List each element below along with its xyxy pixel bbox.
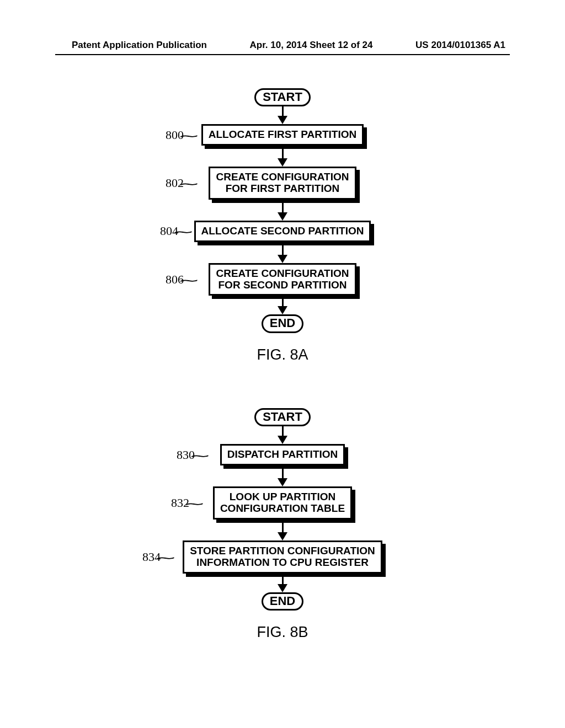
step-row: 832∼ LOOK UP PARTITION CONFIGURATION TAB… [0, 486, 565, 520]
ref-number: 830∼ [177, 448, 205, 462]
process-step: ALLOCATE FIRST PARTITION [201, 124, 364, 146]
end-terminal: END [262, 314, 303, 333]
arrow [278, 426, 287, 444]
start-terminal: START [254, 408, 311, 426]
process-step: STORE PARTITION CONFIGURATION INFORMATIO… [183, 540, 382, 574]
ref-number: 800∼ [166, 128, 194, 142]
step-row: 800∼ ALLOCATE FIRST PARTITION [0, 124, 565, 146]
step-row: 802∼ CREATE CONFIGURATION FOR FIRST PART… [0, 167, 565, 200]
figure-8a: START 800∼ ALLOCATE FIRST PARTITION 802∼… [0, 88, 565, 363]
ref-number: 832∼ [171, 496, 199, 510]
ref-number: 804∼ [160, 224, 188, 238]
header-left: Patent Application Publication [72, 40, 207, 51]
header-middle: Apr. 10, 2014 Sheet 12 of 24 [250, 40, 373, 51]
ref-number: 806∼ [166, 272, 194, 287]
ref-number: 834∼ [142, 550, 170, 564]
figure-caption: FIG. 8A [257, 346, 308, 363]
process-step: CREATE CONFIGURATION FOR SECOND PARTITIO… [209, 263, 356, 296]
arrow [278, 106, 287, 124]
process-step: LOOK UP PARTITION CONFIGURATION TABLE [213, 486, 352, 520]
process-step: DISPATCH PARTITION [220, 444, 345, 465]
page-header: Patent Application Publication Apr. 10, … [0, 40, 565, 51]
end-terminal: END [262, 592, 303, 611]
figure-8b: START 830∼ DISPATCH PARTITION 832∼ LOOK … [0, 408, 565, 641]
process-step: CREATE CONFIGURATION FOR FIRST PARTITION [209, 167, 356, 200]
step-row: 830∼ DISPATCH PARTITION [0, 444, 565, 465]
header-right: US 2014/0101365 A1 [415, 40, 505, 51]
header-rule [55, 54, 510, 55]
start-terminal: START [254, 88, 311, 106]
ref-number: 802∼ [166, 176, 194, 190]
step-row: 834∼ STORE PARTITION CONFIGURATION INFOR… [0, 540, 565, 574]
process-step: ALLOCATE SECOND PARTITION [194, 221, 371, 242]
step-row: 806∼ CREATE CONFIGURATION FOR SECOND PAR… [0, 263, 565, 296]
figure-caption: FIG. 8B [257, 624, 308, 641]
step-row: 804∼ ALLOCATE SECOND PARTITION [0, 221, 565, 242]
